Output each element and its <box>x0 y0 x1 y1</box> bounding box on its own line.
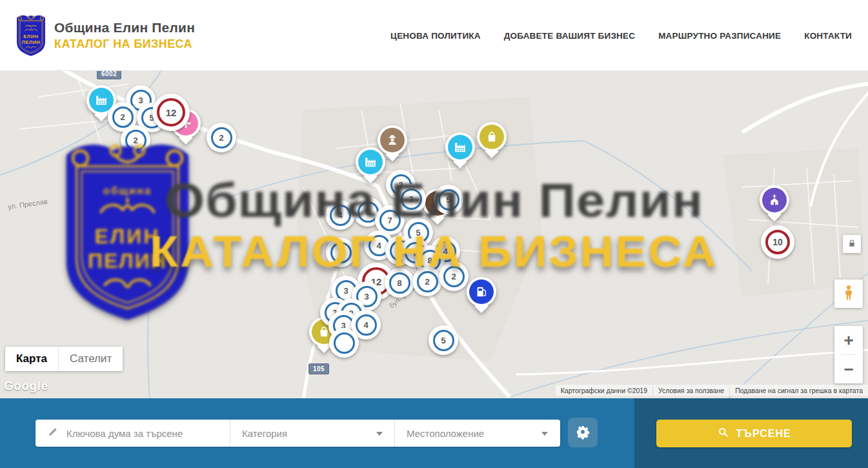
header: община ЕЛИН ПЕЛИН Община Елин Пелин КАТА… <box>0 0 868 71</box>
attribution-report-link[interactable]: Подаване на сигнал за грешка в картата <box>729 387 868 394</box>
search-button[interactable]: ТЪРСЕНЕ <box>656 420 852 447</box>
factory-icon <box>94 93 108 107</box>
map-cluster[interactable]: 10 <box>761 225 794 259</box>
map-cluster[interactable]: 2 <box>121 125 150 155</box>
map-cluster[interactable]: 5 <box>434 185 463 214</box>
map-canvas[interactable]: 6002 105 ул. Преслав бул. „Новосел 32512… <box>0 71 868 398</box>
google-logo[interactable]: Google <box>4 379 48 393</box>
map-cluster[interactable]: 3 <box>396 184 426 214</box>
category-select-value: Категория <box>242 428 287 439</box>
shield-word-elin: ЕЛИН <box>23 34 39 39</box>
street-view-pegman-button[interactable] <box>834 280 863 308</box>
location-select-value: Местоположение <box>407 428 484 439</box>
keyword-section <box>35 420 230 447</box>
nav-add-business[interactable]: ДОБАВЕТЕ ВАШИЯТ БИЗНЕС <box>504 31 635 41</box>
advanced-settings-button[interactable] <box>568 418 598 447</box>
category-select[interactable]: Категория <box>230 420 395 447</box>
attribution-terms-link[interactable]: Условия за ползване <box>652 387 729 394</box>
zoom-in-button[interactable]: + <box>834 326 863 354</box>
map-cluster[interactable]: 8 <box>385 268 414 298</box>
gear-icon <box>575 424 590 442</box>
location-select[interactable]: Местоположение <box>395 420 560 447</box>
search-icon <box>717 426 729 441</box>
map-pin-church[interactable] <box>760 185 789 215</box>
fuel-icon <box>474 285 489 299</box>
bag-icon <box>485 130 499 144</box>
site-logo[interactable]: община ЕЛИН ПЕЛИН Община Елин Пелин КАТА… <box>14 12 195 59</box>
nav-route-schedule[interactable]: МАРШРУТНО РАЗПИСАНИЕ <box>658 31 781 41</box>
map-pin-bag[interactable] <box>477 122 507 152</box>
chevron-down-icon <box>541 432 548 436</box>
main-nav: ЦЕНОВА ПОЛИТИКА ДОБАВЕТЕ ВАШИЯТ БИЗНЕС М… <box>390 0 852 71</box>
map-pin-factory[interactable] <box>445 132 475 162</box>
nav-pricing-policy[interactable]: ЦЕНОВА ПОЛИТИКА <box>390 31 481 41</box>
map-cluster[interactable] <box>329 328 359 358</box>
map-type-satellite-button[interactable]: Сателит <box>58 347 123 371</box>
search-bar: Категория Местоположение ТЪРСЕНЕ <box>0 398 868 468</box>
map-cluster[interactable]: 2 <box>439 261 469 291</box>
map-cluster[interactable]: 12 <box>152 94 190 131</box>
lock-icon <box>847 238 857 250</box>
site-title: Община Елин Пелин <box>54 20 195 36</box>
worker-icon <box>385 133 399 147</box>
map-pin-fuel[interactable] <box>467 277 496 307</box>
search-group: Категория Местоположение <box>35 420 560 447</box>
map-markers: 3251222235647542742812822333834510 <box>0 71 868 398</box>
map-attribution: Картографски данни ©2019 Условия за полз… <box>556 385 868 396</box>
nav-contacts[interactable]: КОНТАКТИ <box>804 31 852 41</box>
page: община ЕЛИН ПЕЛИН Община Елин Пелин КАТА… <box>0 0 868 468</box>
map-cluster[interactable]: 4 <box>325 200 355 230</box>
shield-word-pelin: ПЕЛИН <box>22 39 41 45</box>
map-type-control: Карта Сателит <box>5 347 123 371</box>
map-zoom-control: + − <box>834 326 863 383</box>
chevron-down-icon <box>376 432 383 436</box>
map-lock-button[interactable] <box>843 235 861 253</box>
map-pin-worker[interactable] <box>378 125 407 155</box>
municipal-shield-icon: община ЕЛИН ПЕЛИН <box>14 12 48 59</box>
map-type-map-button[interactable]: Карта <box>5 347 58 371</box>
factory-icon <box>363 155 378 169</box>
factory-icon <box>453 140 467 154</box>
map-cluster[interactable]: 5 <box>429 325 458 355</box>
keyword-input[interactable] <box>66 428 230 439</box>
church-icon <box>767 193 782 207</box>
map-cluster[interactable]: 2 <box>412 267 442 296</box>
search-button-label: ТЪРСЕНЕ <box>736 428 791 440</box>
pencil-icon <box>47 426 59 440</box>
pegman-icon <box>840 284 858 304</box>
attribution-copyright: Картографски данни ©2019 <box>556 387 652 394</box>
map-cluster[interactable]: 2 <box>326 238 356 267</box>
shield-word-obshtina: община <box>25 25 37 27</box>
map-cluster[interactable]: 2 <box>207 123 236 152</box>
map-pin-factory[interactable] <box>356 147 385 177</box>
zoom-out-button[interactable]: − <box>834 355 863 383</box>
site-subtitle: КАТАЛОГ НА БИЗНЕСА <box>54 37 195 51</box>
